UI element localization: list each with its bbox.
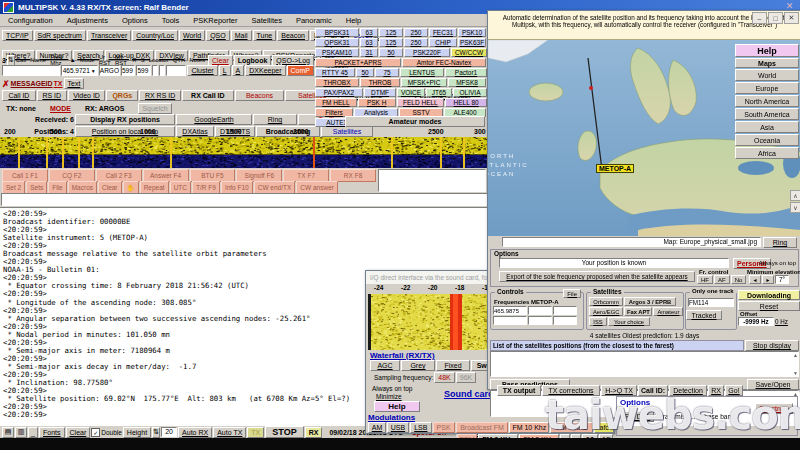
menu-item[interactable]: Panoramic bbox=[296, 16, 332, 25]
log-tool-button[interactable]: L bbox=[219, 65, 231, 76]
id-button[interactable]: RX Call ID bbox=[182, 90, 234, 101]
menu-item[interactable]: Tools bbox=[162, 16, 180, 25]
scroll-up-icon[interactable]: ∧ bbox=[790, 190, 800, 201]
mode-button[interactable]: 50 bbox=[379, 48, 403, 57]
mode-button[interactable]: PSK10 bbox=[458, 28, 486, 37]
mode-button[interactable]: PSK63F bbox=[458, 38, 486, 47]
offset-zero[interactable]: 0 Hz bbox=[775, 318, 788, 325]
modulation-button[interactable]: PSK bbox=[433, 422, 455, 433]
mode-button[interactable]: BPSK31 bbox=[315, 28, 359, 37]
tx-tab[interactable]: H->Q TX bbox=[601, 385, 637, 396]
tx-toggle[interactable]: TX bbox=[54, 80, 63, 87]
mode-button[interactable]: 63 bbox=[360, 28, 378, 37]
modulation-button[interactable]: FM 10 Khz bbox=[509, 422, 549, 433]
menu-item[interactable]: Configuration bbox=[8, 16, 53, 25]
modulation-button[interactable]: AM bbox=[368, 422, 386, 433]
id-button[interactable]: Beacons bbox=[235, 90, 285, 101]
reset-button[interactable]: Reset bbox=[738, 301, 800, 311]
log-tool-button[interactable]: DXKeeper bbox=[245, 65, 285, 76]
log-tool-button[interactable]: A bbox=[232, 65, 245, 76]
min-elev-left-icon[interactable]: ◄ bbox=[749, 275, 761, 284]
mode-button[interactable]: OLIVIA bbox=[453, 88, 487, 97]
toolbar-button[interactable]: Beacon bbox=[277, 30, 309, 41]
file-button[interactable]: File bbox=[563, 289, 581, 298]
satellite-family-button[interactable]: Argos 3 / EPRB bbox=[624, 297, 676, 306]
logbook-button[interactable]: Logbook bbox=[234, 55, 272, 66]
toolbar-button[interactable]: QSO bbox=[206, 30, 230, 41]
screen-close-icon[interactable]: ✕ bbox=[786, 1, 794, 11]
mode-button[interactable]: PSKAM10 bbox=[315, 48, 359, 57]
map-region-button[interactable]: Asia bbox=[735, 121, 799, 133]
satellite-family-button[interactable]: Orbcomm bbox=[589, 297, 623, 306]
menu-item[interactable]: PSKReporter bbox=[193, 16, 237, 25]
mode-button[interactable]: LENTUS bbox=[400, 68, 444, 77]
call-input[interactable] bbox=[2, 65, 60, 76]
mode-button[interactable]: 31 bbox=[360, 48, 378, 57]
print-icon[interactable]: ▥ bbox=[15, 427, 27, 438]
iq-always-on-top[interactable]: Always on top bbox=[372, 385, 412, 392]
mode-button[interactable]: PAX/PAX2 bbox=[315, 88, 363, 97]
iq-minimize[interactable]: Minimize bbox=[376, 393, 402, 400]
clear-button[interactable]: Clear bbox=[66, 427, 91, 438]
map-region-button[interactable]: North America bbox=[735, 95, 799, 107]
mode-button[interactable]: THROBX bbox=[315, 78, 359, 87]
satellite-position-row[interactable]: METOP-A| 1009 Km|Az=109°|El=51°|45.66°N … bbox=[493, 376, 798, 377]
clear-log-button[interactable]: Clear bbox=[208, 55, 233, 66]
rx-button[interactable]: RX bbox=[305, 427, 323, 438]
frequency-input[interactable] bbox=[493, 316, 527, 325]
map-region-button[interactable]: Europe bbox=[735, 82, 799, 94]
iq-help-button[interactable]: Help bbox=[374, 401, 420, 412]
tx-tab[interactable]: Go! bbox=[725, 385, 743, 396]
toolbar-button[interactable]: Tune bbox=[253, 30, 277, 41]
id-button[interactable]: QRGs bbox=[106, 90, 138, 101]
always-on-top-label[interactable]: Always on top bbox=[759, 260, 796, 266]
mode-button[interactable]: DTMF bbox=[364, 88, 396, 97]
mode-button[interactable]: VOICE bbox=[397, 88, 425, 97]
mode-button[interactable]: FELD HELL bbox=[397, 98, 445, 107]
mode-button[interactable]: MFSK8 bbox=[448, 78, 486, 87]
menu-item[interactable]: Adjustments bbox=[67, 16, 108, 25]
sat-close-icon[interactable]: ✕ bbox=[784, 12, 799, 24]
qso-log-button[interactable]: QSO->Log bbox=[272, 55, 314, 66]
mode-button[interactable]: CW/CCW bbox=[451, 48, 487, 57]
positions-button[interactable]: GoogleEarth bbox=[176, 114, 252, 125]
double-checkbox[interactable]: ✓ bbox=[91, 428, 100, 437]
sampling-48k[interactable]: 48K bbox=[434, 372, 454, 383]
mode-button[interactable]: HELL 80 bbox=[445, 98, 487, 107]
iq-wf-button[interactable]: AGC bbox=[370, 360, 400, 371]
freq-dropdown-icon[interactable]: ▼ bbox=[91, 68, 96, 74]
satellite-family-button[interactable]: Aero/EGC bbox=[589, 307, 623, 316]
mode-button[interactable]: Pactor1 bbox=[445, 68, 487, 77]
mode-button[interactable]: PSK H bbox=[358, 98, 396, 107]
map-region-button[interactable]: Oceania bbox=[735, 134, 799, 146]
toolbar-button[interactable]: TCP/IP bbox=[2, 30, 33, 41]
sat-maximize-icon[interactable]: □ bbox=[768, 12, 783, 24]
menu-item[interactable]: Options bbox=[122, 16, 148, 25]
stop-button[interactable]: STOP bbox=[265, 426, 303, 438]
mode-button[interactable]: 250 bbox=[404, 28, 428, 37]
modulation-button[interactable]: afc bbox=[594, 422, 614, 433]
modulation-button[interactable]: USB bbox=[387, 422, 409, 433]
text-button[interactable]: Text bbox=[64, 78, 85, 89]
mode-button[interactable]: QPSK31 bbox=[315, 38, 359, 47]
r-input[interactable] bbox=[152, 65, 158, 76]
height-spinner[interactable]: ⇅ bbox=[152, 427, 160, 438]
satellite-family-button[interactable]: Amateur bbox=[653, 307, 683, 316]
modulation-button[interactable]: Broadcast FM bbox=[456, 422, 509, 433]
rx-dsl-button[interactable]: RX DSL bbox=[621, 411, 654, 422]
mode-button[interactable]: Amtor FEC-Navtex bbox=[402, 58, 486, 67]
mode-button[interactable]: RTTY 45 bbox=[315, 68, 355, 77]
comp-button[interactable]: ComP bbox=[287, 65, 314, 76]
export-frequency-button[interactable]: Export of the sole frequency proposed wh… bbox=[499, 271, 695, 282]
ring-button[interactable]: Ring bbox=[763, 237, 797, 248]
mode-button[interactable]: PSK220F bbox=[404, 48, 450, 57]
id-button[interactable]: Call ID bbox=[2, 90, 36, 101]
messageid-label[interactable]: MESSAGEID bbox=[11, 80, 53, 87]
s-input[interactable] bbox=[159, 65, 165, 76]
satellite-family-button[interactable]: Fax APT bbox=[624, 307, 652, 316]
fonts-button[interactable]: Fonts bbox=[39, 427, 65, 438]
menu-item[interactable]: Help bbox=[346, 16, 361, 25]
fr-control-button[interactable]: No bbox=[731, 275, 747, 284]
mode-button[interactable]: 50 bbox=[356, 68, 374, 77]
height-button[interactable]: Height bbox=[123, 427, 151, 438]
